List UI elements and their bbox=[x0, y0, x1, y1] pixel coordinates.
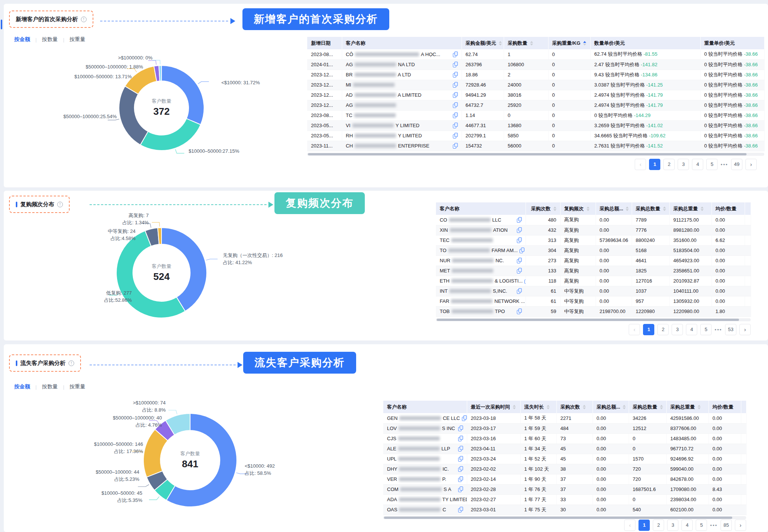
copy-icon[interactable] bbox=[458, 476, 463, 482]
sort-icon[interactable] bbox=[701, 207, 704, 211]
page-button[interactable]: 2 bbox=[653, 520, 664, 531]
copy-icon[interactable] bbox=[458, 446, 463, 451]
info-icon[interactable] bbox=[81, 17, 87, 22]
column-header[interactable]: 复购频次 bbox=[560, 202, 596, 215]
tab-by-quantity[interactable]: 按数量 bbox=[42, 36, 58, 43]
tab-by-quantity[interactable]: 按数量 bbox=[42, 383, 58, 390]
copy-icon[interactable] bbox=[453, 143, 458, 149]
page-button[interactable]: 3 bbox=[667, 520, 678, 531]
page-button[interactable]: 3 bbox=[678, 159, 689, 170]
horizontal-scrollbar[interactable] bbox=[436, 318, 751, 321]
copy-icon[interactable] bbox=[453, 72, 458, 78]
copy-icon[interactable] bbox=[517, 217, 522, 223]
copy-icon[interactable] bbox=[453, 102, 458, 108]
next-page-button[interactable]: › bbox=[745, 159, 757, 170]
copy-icon[interactable] bbox=[517, 309, 522, 314]
previous-page-button[interactable]: ‹ bbox=[635, 159, 646, 170]
copy-icon[interactable] bbox=[517, 288, 522, 294]
sort-icon[interactable] bbox=[530, 41, 533, 46]
last-page-button[interactable]: 85 bbox=[721, 520, 732, 531]
page-button[interactable]: 4 bbox=[692, 159, 703, 170]
copy-icon[interactable] bbox=[458, 456, 463, 462]
scrollbar-thumb[interactable] bbox=[308, 153, 747, 155]
page-button[interactable]: 5 bbox=[696, 520, 707, 531]
page-button[interactable]: 1 bbox=[643, 324, 654, 335]
copy-icon[interactable] bbox=[453, 82, 458, 88]
last-page-button[interactable]: 53 bbox=[725, 324, 736, 335]
scrollbar-thumb[interactable] bbox=[384, 517, 732, 519]
column-header[interactable]: 采购重量/KG bbox=[548, 37, 590, 49]
page-ellipsis[interactable]: ••• bbox=[721, 162, 728, 167]
sort-icon[interactable] bbox=[660, 405, 663, 409]
copy-icon[interactable] bbox=[453, 52, 458, 57]
sort-icon[interactable] bbox=[513, 405, 516, 409]
sort-icon[interactable] bbox=[623, 405, 626, 409]
page-button[interactable]: 4 bbox=[686, 324, 697, 335]
sort-icon[interactable] bbox=[626, 207, 629, 211]
previous-page-button[interactable]: ‹ bbox=[629, 324, 640, 335]
column-header[interactable]: 采购总数量 bbox=[629, 401, 666, 413]
page-button[interactable]: 5 bbox=[706, 159, 718, 170]
copy-icon[interactable] bbox=[458, 466, 463, 472]
scrollbar-thumb[interactable] bbox=[437, 319, 739, 321]
last-page-button[interactable]: 49 bbox=[731, 159, 742, 170]
customer-name: VERP. bbox=[387, 476, 463, 482]
sort-icon[interactable] bbox=[499, 41, 502, 46]
column-header[interactable]: 采购数量 bbox=[504, 37, 548, 49]
column-header[interactable]: 采购次数 bbox=[556, 401, 593, 413]
column-header[interactable]: 采购金额/美元 bbox=[462, 37, 504, 49]
sort-icon[interactable] bbox=[663, 207, 666, 211]
page-button[interactable]: 1 bbox=[649, 159, 660, 170]
column-header[interactable]: 采购总额... bbox=[593, 401, 629, 413]
donut-slice[interactable] bbox=[140, 119, 201, 150]
sort-icon[interactable] bbox=[698, 405, 701, 409]
sort-icon[interactable] bbox=[553, 207, 556, 211]
tab-by-amount[interactable]: 按金额 bbox=[14, 383, 30, 390]
next-page-button[interactable]: › bbox=[739, 324, 751, 335]
copy-icon[interactable] bbox=[458, 507, 463, 512]
tab-by-weight[interactable]: 按重量 bbox=[70, 383, 85, 390]
copy-icon[interactable] bbox=[453, 133, 458, 138]
tab-by-amount[interactable]: 按金额 bbox=[14, 36, 30, 43]
horizontal-scrollbar[interactable] bbox=[383, 516, 746, 519]
copy-icon[interactable] bbox=[458, 426, 463, 431]
column-header[interactable]: 采购总重量 bbox=[666, 401, 709, 413]
copy-icon[interactable] bbox=[517, 237, 522, 243]
page-button[interactable]: 3 bbox=[672, 324, 683, 335]
copy-icon[interactable] bbox=[517, 268, 522, 274]
sort-icon[interactable] bbox=[587, 207, 590, 211]
info-icon[interactable] bbox=[69, 360, 74, 366]
column-header[interactable]: 流失时长 bbox=[520, 401, 556, 413]
page-ellipsis[interactable]: ••• bbox=[715, 327, 722, 333]
info-icon[interactable] bbox=[57, 202, 63, 207]
page-button[interactable]: 4 bbox=[681, 520, 693, 531]
tab-by-weight[interactable]: 按重量 bbox=[70, 36, 85, 43]
copy-icon[interactable] bbox=[453, 123, 458, 128]
sort-icon[interactable] bbox=[583, 405, 586, 409]
column-header[interactable]: 采购总数量 bbox=[632, 202, 669, 215]
previous-page-button[interactable]: ‹ bbox=[624, 520, 635, 531]
copy-icon[interactable] bbox=[453, 62, 458, 67]
sort-icon[interactable] bbox=[583, 41, 586, 46]
column-header[interactable]: 采购总额... bbox=[596, 202, 632, 215]
page-button[interactable]: 2 bbox=[657, 324, 669, 335]
next-page-button[interactable]: › bbox=[735, 520, 746, 531]
copy-icon[interactable] bbox=[453, 92, 458, 98]
copy-icon[interactable] bbox=[462, 415, 467, 421]
column-header[interactable]: 采购总重量 bbox=[669, 202, 712, 215]
copy-icon[interactable] bbox=[517, 258, 522, 263]
page-ellipsis[interactable]: ••• bbox=[710, 523, 718, 528]
page-button[interactable]: 5 bbox=[700, 324, 712, 335]
table-cell: 61 bbox=[526, 296, 560, 306]
horizontal-scrollbar[interactable] bbox=[307, 153, 764, 156]
copy-icon[interactable] bbox=[458, 486, 463, 492]
page-button[interactable]: 2 bbox=[663, 159, 675, 170]
page-button[interactable]: 1 bbox=[638, 520, 650, 531]
copy-icon[interactable] bbox=[517, 227, 522, 233]
copy-icon[interactable] bbox=[453, 112, 458, 118]
column-header[interactable]: 采购次数 bbox=[526, 202, 560, 215]
copy-icon[interactable] bbox=[458, 436, 463, 441]
sort-icon[interactable] bbox=[547, 405, 550, 409]
copy-icon[interactable] bbox=[520, 248, 524, 253]
column-header[interactable]: 最近一次采购时间 bbox=[467, 401, 520, 413]
